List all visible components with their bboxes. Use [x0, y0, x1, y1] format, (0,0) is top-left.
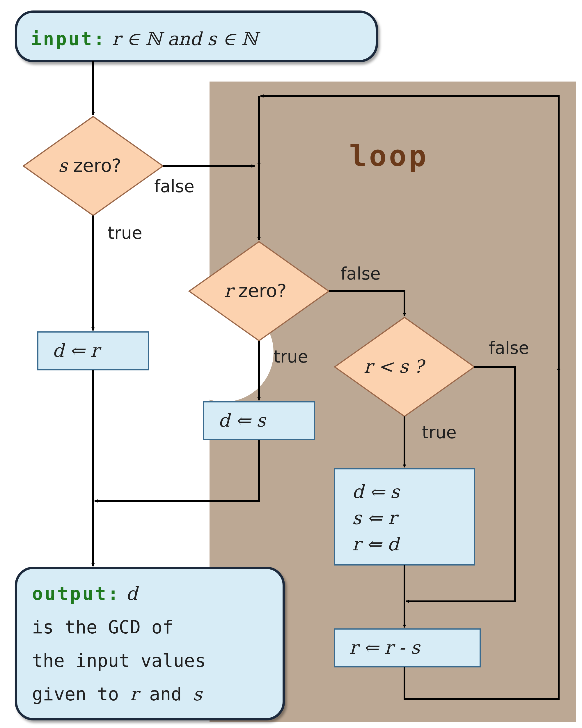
- process-subtract-text: r ⇐ r - s: [349, 637, 421, 658]
- label-rzero-false: false: [340, 264, 381, 284]
- loop-label: loop: [349, 139, 428, 173]
- output-line1: output: d: [32, 583, 139, 604]
- swap-l3: r ⇐ d: [352, 534, 400, 555]
- output-line3: the input values: [32, 650, 206, 671]
- input-text: input: r ∈ ℕ and s ∈ ℕ: [31, 28, 260, 50]
- label-szero-false: false: [154, 177, 194, 196]
- label-rlts-false: false: [489, 338, 529, 358]
- output-line4: given to r and s: [32, 683, 203, 705]
- decision-r-zero-text: r zero?: [224, 280, 287, 302]
- label-szero-true: true: [108, 223, 142, 243]
- decision-s-zero-text: s zero?: [58, 155, 121, 176]
- process-d-gets-r-text: d ⇐ r: [52, 340, 102, 361]
- label-rlts-true: true: [422, 422, 456, 442]
- swap-l1: d ⇐ s: [352, 481, 400, 502]
- output-line2: is the GCD of: [32, 617, 173, 638]
- process-d-gets-s-text: d ⇐ s: [218, 410, 267, 431]
- label-rzero-true: true: [274, 347, 308, 367]
- swap-l2: s ⇐ r: [352, 507, 399, 528]
- decision-r-lt-s-text: r < s ?: [364, 356, 426, 377]
